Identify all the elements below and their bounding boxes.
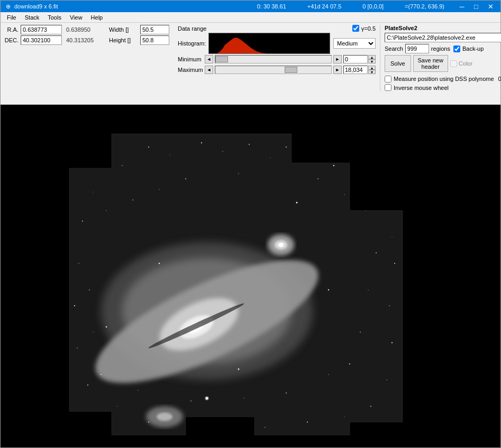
max-value-input[interactable] xyxy=(343,66,368,74)
svg-point-44 xyxy=(74,305,75,306)
max-slider-track[interactable] xyxy=(215,66,332,74)
menu-tools[interactable]: Tools xyxy=(43,13,66,22)
save-header-line2: header xyxy=(422,63,440,70)
image-area[interactable] xyxy=(1,105,500,447)
svg-point-19 xyxy=(169,154,170,155)
menu-view[interactable]: View xyxy=(66,13,87,22)
menu-help[interactable]: Help xyxy=(87,13,107,22)
ra-row: R.A. 0.638950 xyxy=(4,25,101,34)
svg-point-66 xyxy=(89,289,90,290)
min-spin-down[interactable]: ▼ xyxy=(368,59,376,63)
color-label: Color xyxy=(459,60,472,67)
min-slider-thumb[interactable] xyxy=(215,56,228,62)
menu-file[interactable]: File xyxy=(3,13,21,22)
min-value-input[interactable] xyxy=(343,55,368,63)
histogram-label: Histogram: xyxy=(178,40,205,47)
maximize-button[interactable]: □ xyxy=(469,1,483,12)
svg-point-24 xyxy=(286,147,287,148)
svg-point-51 xyxy=(185,178,186,179)
close-button[interactable]: ✕ xyxy=(484,1,497,12)
svg-point-45 xyxy=(78,263,79,263)
min-value-group: ▲ ▼ xyxy=(343,55,376,63)
dec-input[interactable] xyxy=(21,35,62,45)
max-arrow-right[interactable]: ► xyxy=(333,66,342,74)
sliders-section: Minimum ◄ ► ▲ ▼ Maximum xyxy=(178,55,376,75)
svg-point-47 xyxy=(93,191,93,192)
svg-point-58 xyxy=(360,332,361,333)
height-input[interactable] xyxy=(140,35,169,45)
svg-point-74 xyxy=(205,396,209,400)
histogram-row: Histogram: Low Medium High xyxy=(178,33,376,54)
window-controls: ─ □ ✕ xyxy=(455,1,497,12)
min-spin-up[interactable]: ▲ xyxy=(368,55,376,59)
gamma-label: γ=0.5 xyxy=(361,25,376,32)
save-header-line1: Save new xyxy=(418,57,443,63)
dec-computed: 40.313205 xyxy=(66,37,101,43)
degree-label: 0° xyxy=(498,76,501,82)
maximum-label: Maximum xyxy=(178,67,203,73)
svg-point-20 xyxy=(201,142,202,143)
dss-row: Measure position using DSS polynome 0° ↑ xyxy=(385,75,501,83)
svg-point-26 xyxy=(333,165,334,166)
coords-display: +41d 24 07.5 xyxy=(307,3,342,10)
data-range-row: Data range γ=0.5 xyxy=(178,25,376,32)
window-title: download9 x 6.fit xyxy=(14,3,247,10)
quality-dropdown[interactable]: Low Medium High xyxy=(333,38,376,49)
platesolve-path[interactable] xyxy=(385,33,501,42)
min-arrow-left[interactable]: ◄ xyxy=(205,55,213,63)
dss-checkbox[interactable] xyxy=(385,76,391,83)
ra-computed: 0.638950 xyxy=(66,26,101,33)
width-input[interactable] xyxy=(140,25,169,34)
title-bar: ⊕ download9 x 6.fit 0: 30 38.61 +41d 24 … xyxy=(1,1,500,12)
histogram-canvas xyxy=(208,33,330,54)
menu-bar: File Stack Tools View Help xyxy=(1,12,500,23)
width-label: Width [] xyxy=(109,26,138,33)
svg-point-40 xyxy=(148,422,149,423)
svg-point-62 xyxy=(190,400,192,401)
svg-point-31 xyxy=(389,305,390,306)
svg-point-65 xyxy=(93,332,93,332)
ra-label: R.A. xyxy=(4,26,19,33)
svg-point-43 xyxy=(77,348,78,349)
svg-point-13 xyxy=(278,243,284,247)
minimize-button[interactable]: ─ xyxy=(455,1,469,12)
color-checkbox[interactable] xyxy=(450,60,457,67)
menu-stack[interactable]: Stack xyxy=(21,13,44,22)
max-spin-up[interactable]: ▲ xyxy=(368,66,376,70)
minimum-label: Minimum xyxy=(178,56,203,62)
svg-point-48 xyxy=(106,210,107,211)
svg-point-30 xyxy=(394,263,395,264)
minimum-row: Minimum ◄ ► ▲ ▼ xyxy=(178,55,376,63)
platesolve-title: PlateSolve2 xyxy=(385,25,501,31)
svg-point-59 xyxy=(328,374,329,375)
ra-dec-panel: R.A. 0.638950 DEC. 40.313205 xyxy=(4,25,101,45)
solve-button[interactable]: Solve xyxy=(385,55,411,72)
max-spin-down[interactable]: ▼ xyxy=(368,70,376,74)
svg-point-32 xyxy=(391,342,393,343)
svg-point-49 xyxy=(132,199,133,200)
inverse-checkbox[interactable] xyxy=(385,84,391,91)
svg-point-21 xyxy=(222,151,223,151)
min-slider-track[interactable] xyxy=(215,55,332,63)
svg-point-68 xyxy=(159,263,160,264)
solve-row: Solve Save new header Color xyxy=(385,55,501,72)
toolbar: R.A. 0.638950 DEC. 40.313205 Width [] He… xyxy=(1,23,500,105)
max-arrow-left[interactable]: ◄ xyxy=(205,66,213,74)
svg-point-50 xyxy=(159,189,159,189)
dec-label: DEC. xyxy=(4,37,19,43)
svg-point-22 xyxy=(249,144,250,145)
svg-marker-0 xyxy=(209,38,330,54)
world-coords: =(770.2, 636.9) xyxy=(405,3,444,10)
search-input[interactable] xyxy=(405,44,429,53)
backup-checkbox[interactable] xyxy=(453,45,460,52)
dss-label: Measure position using DSS polynome xyxy=(394,76,494,82)
ra-input[interactable] xyxy=(21,25,62,34)
max-slider-thumb[interactable] xyxy=(285,67,297,73)
data-range-label: Data range xyxy=(178,25,206,32)
min-arrow-right[interactable]: ► xyxy=(333,55,342,63)
svg-point-41 xyxy=(116,406,117,406)
svg-point-71 xyxy=(106,326,107,328)
gamma-checkbox[interactable] xyxy=(352,25,359,32)
svg-point-61 xyxy=(243,398,244,398)
save-header-button[interactable]: Save new header xyxy=(413,55,448,72)
